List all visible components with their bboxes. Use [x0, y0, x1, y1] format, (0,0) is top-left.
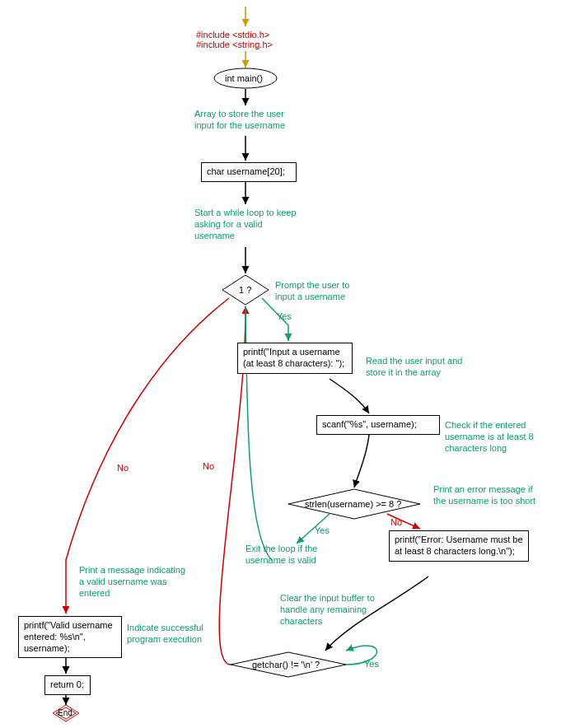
printf-valid-box: printf("Valid username entered: %s\n", u… [18, 616, 122, 658]
comment-check: Check if the entered username is at leas… [445, 420, 534, 454]
comment-read: Read the user input and store it in the … [366, 356, 462, 379]
comment-errmsg: Print an error message if the username i… [433, 484, 535, 507]
edge-getchar-no: No [203, 461, 214, 471]
cond-getchar-text: getchar() != '\n' ? [252, 660, 320, 670]
printf-prompt-box: printf("Input a username (at least 8 cha… [237, 343, 353, 374]
scanf-box: scanf("%s", username); [316, 415, 440, 435]
cond1-text: 1 ? [239, 285, 251, 295]
printf-error-box: printf("Error: Username must be at least… [389, 530, 529, 562]
comment-clear: Clear the input buffer to handle any rem… [280, 593, 375, 627]
comment-prompt: Prompt the user to input a username [275, 280, 350, 303]
return0-box: return 0; [44, 675, 91, 695]
preamble-includes: #include <stdio.h> #include <string.h> [196, 30, 273, 49]
main-terminator: int main() [225, 73, 263, 83]
comment-valid: Print a message indicating a valid usern… [79, 565, 185, 599]
edge-cond1-no: No [117, 463, 129, 473]
edge-len-yes: Yes [315, 525, 330, 535]
end-terminator: End [58, 708, 72, 717]
cond-len-text: strlen(username) >= 8 ? [305, 499, 401, 509]
edge-cond1-yes: Yes [277, 311, 292, 321]
comment-loop: Start a while loop to keep asking for a … [194, 208, 297, 241]
comment-exit: Exit the loop if the username is valid [245, 544, 317, 567]
decl-box: char username[20]; [201, 162, 297, 182]
edge-getchar-yes: Yes [364, 659, 379, 669]
comment-array: Array to store the user input for the us… [194, 109, 285, 132]
edge-len-no: No [390, 517, 402, 527]
comment-return: Indicate successful program execution [127, 623, 203, 646]
